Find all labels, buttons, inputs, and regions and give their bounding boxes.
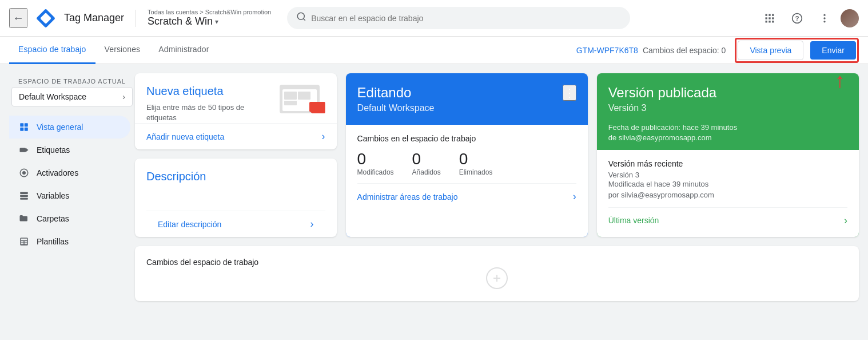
search-input[interactable] [311, 14, 621, 23]
preview-button[interactable]: Vista previa [738, 41, 803, 60]
editing-workspace: Default Workspace [357, 103, 435, 113]
recent-version: Versión 3 [608, 171, 847, 179]
grid-icon-button[interactable] [758, 7, 781, 30]
svg-rect-8 [769, 17, 770, 19]
published-date: Fecha de publicación: hace 39 minutos de… [608, 122, 847, 143]
sub-nav: Espacio de trabajo Versiones Administrad… [0, 37, 868, 64]
sidebar-item-triggers[interactable]: Activadores [9, 161, 130, 184]
cards-row-top: Nueva etiqueta Elija entre más de 50 tip… [135, 73, 859, 237]
sidebar-item-label: Activadores [37, 168, 78, 177]
sidebar-item-label: Vista general [37, 122, 83, 132]
action-buttons-highlight: Vista previa Enviar [735, 38, 859, 63]
new-tag-card-top: Nueva etiqueta Elija entre más de 50 tip… [135, 73, 337, 123]
label-icon [18, 144, 30, 156]
search-bar [287, 7, 630, 29]
editing-card-text: Editando Default Workspace [357, 85, 435, 113]
workspace-selector[interactable]: Default Workspace › [11, 87, 133, 106]
svg-point-16 [823, 17, 825, 19]
tab-admin[interactable]: Administrador [149, 37, 218, 64]
svg-rect-4 [766, 14, 767, 15]
sidebar-item-label: Carpetas [37, 214, 69, 223]
svg-point-15 [823, 14, 825, 15]
svg-rect-19 [25, 123, 28, 126]
sidebar-item-label: Etiquetas [37, 145, 70, 155]
svg-point-2 [297, 13, 304, 19]
manage-workspaces-link[interactable]: Administrar áreas de trabajo › [357, 183, 576, 203]
published-card-bottom: Versión más reciente Versión 3 Modificad… [597, 150, 859, 237]
sidebar-item-tags[interactable]: Etiquetas [9, 139, 130, 161]
left-column: Nueva etiqueta Elija entre más de 50 tip… [135, 73, 337, 237]
sidebar-item-folders[interactable]: Carpetas [9, 207, 130, 230]
published-title: Versión publicada [608, 85, 847, 101]
svg-rect-7 [766, 17, 767, 19]
manage-arrow-icon: › [573, 191, 576, 203]
workspace-changes-title: Cambios del espacio de trabajo [146, 258, 847, 267]
editing-card: Editando Default Workspace ⋮ Cambios en … [346, 73, 588, 237]
logo [34, 7, 57, 30]
editing-menu-button[interactable]: ⋮ [563, 85, 576, 101]
avatar[interactable] [841, 9, 859, 27]
breadcrumb-path: Todas las cuentas > Scratch&Win promotio… [148, 9, 271, 15]
new-tag-title: Nueva etiqueta [146, 85, 273, 98]
search-icon [296, 11, 306, 25]
sidebar-item-overview[interactable]: Vista general [9, 116, 130, 139]
app-title: Tag Manager [64, 12, 124, 24]
svg-rect-18 [20, 123, 23, 126]
stat-modified-label: Modificados [357, 168, 394, 176]
trigger-icon [18, 167, 30, 179]
svg-rect-6 [772, 14, 774, 15]
changes-title: Cambios en el espacio de trabajo [357, 134, 576, 143]
editing-card-header: Editando Default Workspace ⋮ [346, 73, 588, 125]
svg-rect-21 [25, 128, 28, 131]
stat-added-number: 0 [412, 150, 441, 168]
sidebar-item-templates[interactable]: Plantillas [9, 230, 130, 253]
sidebar-item-label: Plantillas [37, 237, 69, 246]
nav-divider [136, 10, 136, 27]
stat-added: 0 Añadidos [412, 150, 441, 176]
svg-rect-11 [769, 21, 770, 22]
published-version: Versión 3 [608, 103, 847, 113]
svg-text:?: ? [795, 14, 799, 22]
latest-version-link[interactable]: Última versión › [608, 207, 847, 227]
svg-rect-9 [772, 17, 774, 19]
more-options-button[interactable] [813, 7, 836, 30]
recent-modified: Modificada el hace 39 minutos por silvia… [608, 179, 847, 200]
workspace-label: ESPACIO DE TRABAJO ACTUAL [9, 73, 135, 87]
svg-point-17 [823, 21, 825, 22]
svg-rect-12 [772, 21, 774, 22]
sidebar-item-variables[interactable]: Variables [9, 184, 130, 207]
stat-removed-number: 0 [459, 150, 493, 168]
svg-rect-5 [769, 14, 770, 15]
recent-title: Versión más reciente [608, 159, 847, 168]
editing-title: Editando [357, 85, 435, 101]
stat-removed: 0 Eliminados [459, 150, 493, 176]
top-nav: ← Tag Manager Todas las cuentas > Scratc… [0, 0, 868, 37]
workspace-changes-content [146, 267, 847, 290]
breadcrumb-area: Todas las cuentas > Scratch&Win promotio… [148, 9, 271, 27]
add-tag-link[interactable]: Añadir nueva etiqueta › [135, 123, 337, 149]
send-button[interactable]: Enviar [810, 41, 856, 60]
variable-icon [18, 190, 30, 201]
template-icon [18, 236, 30, 247]
svg-rect-20 [20, 128, 23, 131]
svg-rect-27 [20, 195, 28, 197]
help-icon-button[interactable]: ? [786, 7, 809, 30]
edit-description-arrow-icon: › [310, 218, 314, 230]
back-button[interactable]: ← [9, 8, 27, 28]
tab-versions[interactable]: Versiones [95, 37, 150, 64]
sidebar-item-label: Variables [37, 191, 69, 200]
tab-workspace[interactable]: Espacio de trabajo [9, 37, 95, 64]
nav-actions: ? [758, 7, 859, 30]
workspace-selector-arrow: › [122, 92, 125, 101]
published-card-header: Versión publicada Versión 3 Fecha de pub… [597, 73, 859, 150]
published-card: ↑ Versión publicada Versión 3 Fecha de p… [597, 73, 859, 237]
svg-marker-23 [26, 148, 29, 152]
home-icon [18, 121, 30, 133]
new-tag-description: Elija entre más de 50 tipos de etiquetas [146, 102, 273, 123]
breadcrumb-current[interactable]: Scratch & Win ▾ [148, 15, 271, 27]
sidebar: ESPACIO DE TRABAJO ACTUAL Default Worksp… [9, 73, 135, 301]
gtm-id: GTM-WPF7K6T8 [576, 46, 638, 55]
edit-description-link[interactable]: Editar descripción › [146, 211, 325, 237]
description-card: Descripción Editar descripción › [135, 159, 337, 237]
svg-rect-10 [766, 21, 767, 22]
